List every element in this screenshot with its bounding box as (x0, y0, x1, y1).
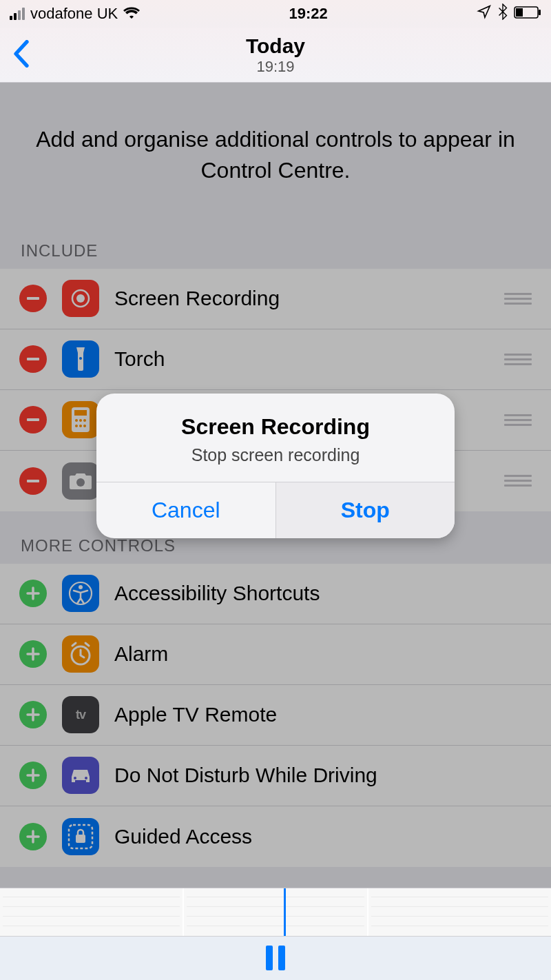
include-row-screen-recording[interactable]: Screen Recording (0, 269, 551, 329)
row-label: Screen Recording (114, 287, 504, 310)
drag-handle-icon[interactable] (504, 349, 532, 369)
row-label: Guided Access (114, 825, 532, 848)
remove-button[interactable] (19, 467, 47, 495)
thumbnail[interactable] (368, 888, 551, 936)
thumbnail[interactable] (184, 888, 366, 936)
add-button[interactable] (19, 640, 47, 668)
nav-subtitle: 19:19 (246, 58, 305, 76)
status-bar: vodafone UK 19:22 (0, 0, 551, 28)
guided-access-icon (62, 818, 99, 855)
video-scrubber[interactable] (0, 888, 551, 980)
add-button[interactable] (19, 823, 47, 850)
svg-point-16 (79, 585, 83, 589)
alert-stop-button[interactable]: Stop (276, 482, 455, 538)
signal-strength-icon (10, 8, 25, 20)
svg-point-8 (75, 419, 78, 422)
remove-button[interactable] (19, 285, 47, 312)
svg-point-9 (79, 419, 82, 422)
nav-bar: Today 19:19 (0, 28, 551, 83)
more-row-dnd-driving[interactable]: Do Not Disturb While Driving (0, 746, 551, 806)
svg-point-13 (83, 425, 86, 427)
svg-point-12 (79, 425, 82, 427)
intro-text: Add and organise additional controls to … (0, 83, 551, 234)
status-time: 19:22 (289, 5, 327, 23)
row-label: Torch (114, 347, 504, 371)
alert-cancel-button[interactable]: Cancel (96, 482, 276, 538)
svg-point-11 (75, 425, 78, 427)
battery-icon (514, 5, 541, 23)
remove-button[interactable] (19, 345, 47, 373)
add-button[interactable] (19, 580, 47, 607)
more-row-alarm[interactable]: Alarm (0, 624, 551, 685)
svg-point-10 (83, 419, 86, 422)
alarm-icon (62, 635, 99, 673)
location-icon (477, 4, 492, 23)
wifi-icon (123, 5, 140, 23)
include-row-torch[interactable]: Torch (0, 329, 551, 390)
add-button[interactable] (19, 701, 47, 728)
drag-handle-icon[interactable] (504, 471, 532, 491)
more-row-accessibility[interactable]: Accessibility Shortcuts (0, 564, 551, 624)
carrier-label: vodafone UK (30, 5, 118, 23)
apple-tv-icon: tv (62, 696, 99, 733)
row-label: Accessibility Shortcuts (114, 582, 532, 605)
row-label: Do Not Disturb While Driving (114, 764, 532, 787)
alert-message: Stop screen recording (110, 445, 441, 465)
svg-point-19 (85, 777, 87, 779)
more-row-guided-access[interactable]: Guided Access (0, 806, 551, 867)
add-button[interactable] (19, 762, 47, 789)
svg-point-14 (76, 478, 85, 487)
thumbnail[interactable] (0, 888, 183, 936)
row-label: Alarm (114, 642, 532, 666)
more-row-apple-tv[interactable]: tv Apple TV Remote (0, 685, 551, 746)
back-button[interactable] (12, 40, 30, 70)
svg-point-4 (76, 294, 85, 303)
bluetooth-icon (497, 3, 508, 24)
remove-button[interactable] (19, 406, 47, 433)
playhead-icon[interactable] (284, 888, 286, 936)
svg-rect-21 (76, 835, 85, 843)
nav-title: Today (246, 34, 305, 58)
include-header: INCLUDE (0, 234, 551, 269)
svg-rect-2 (539, 10, 541, 15)
drag-handle-icon[interactable] (504, 289, 532, 309)
svg-rect-1 (516, 8, 523, 17)
row-label: Apple TV Remote (114, 703, 532, 726)
calculator-icon (62, 401, 99, 438)
accessibility-icon (62, 575, 99, 612)
car-icon (62, 757, 99, 794)
svg-point-18 (74, 777, 76, 779)
svg-rect-7 (74, 410, 87, 416)
alert-title: Screen Recording (110, 414, 441, 440)
camera-icon (62, 462, 99, 500)
pause-button[interactable] (266, 946, 285, 970)
alert-dialog: Screen Recording Stop screen recording C… (96, 394, 455, 538)
drag-handle-icon[interactable] (504, 410, 532, 430)
torch-icon (62, 340, 99, 378)
screen-recording-icon (62, 280, 99, 317)
svg-point-5 (79, 357, 82, 360)
